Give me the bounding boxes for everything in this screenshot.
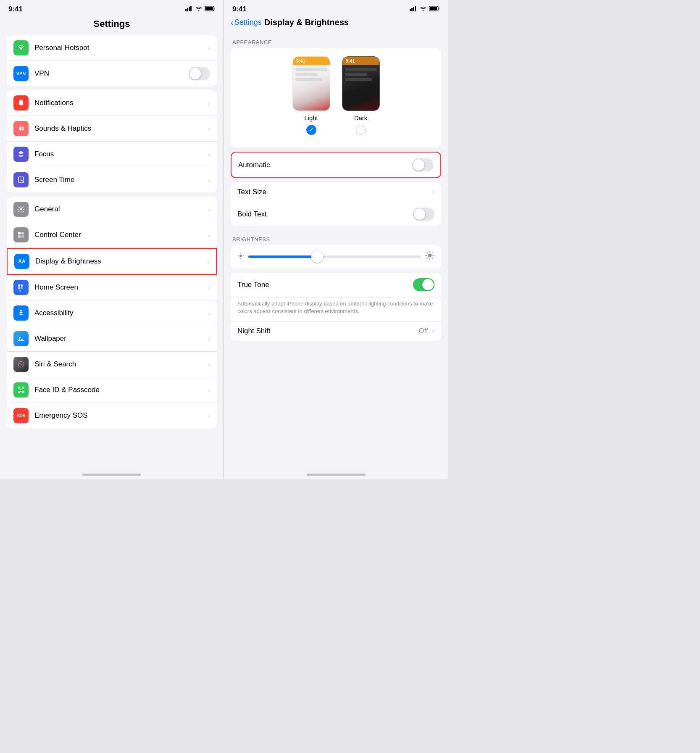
automatic-row[interactable]: Automatic [231,152,441,178]
svg-rect-31 [411,8,413,11]
vpn-icon: VPN [13,66,29,81]
right-wifi-icon [420,6,426,13]
appearance-card: 9:41 Light ✓ 9:41 [231,48,441,147]
bold-text-toggle[interactable] [413,208,434,221]
svg-rect-32 [413,7,414,11]
focus-icon [13,147,29,162]
svg-rect-14 [18,235,21,238]
screen-time-chevron: › [208,176,210,184]
brightness-section-header: BRIGHTNESS [231,230,441,245]
light-bar-1 [295,68,327,71]
faceid-icon [13,382,29,398]
svg-point-7 [20,48,22,50]
hotspot-icon [13,40,29,55]
personal-hotspot-row[interactable]: Personal Hotspot › [7,35,217,61]
svg-rect-27 [22,392,24,393]
general-label: General [34,205,205,213]
svg-point-21 [20,310,22,311]
emergency-sos-label: Emergency SOS [34,411,205,420]
focus-row[interactable]: Focus › [7,142,217,167]
light-body [293,65,330,111]
true-tone-description: Automatically adapt iPhone display based… [231,298,441,321]
appearance-section-header: APPEARANCE [231,33,441,48]
general-row[interactable]: General › [7,197,217,222]
preferences-group: General › Control Center › AA Display & … [7,197,217,428]
svg-line-50 [427,258,428,258]
svg-line-47 [427,253,428,253]
control-center-row[interactable]: Control Center › [7,222,217,248]
svg-point-42 [428,254,432,258]
battery-icon [205,6,215,13]
text-size-row[interactable]: Text Size › [231,182,441,202]
light-radio[interactable]: ✓ [306,125,316,135]
text-settings-card: Text Size › Bold Text [231,182,441,226]
svg-rect-33 [415,6,416,11]
dark-option[interactable]: 9:41 Dark [342,56,380,135]
bold-text-row[interactable]: Bold Text [231,202,441,226]
notifications-icon [13,95,29,111]
light-bar-3 [295,78,323,81]
accessibility-row[interactable]: Accessibility › [7,300,217,326]
sounds-icon [13,121,29,136]
sounds-haptics-row[interactable]: Sounds & Haptics › [7,116,217,142]
svg-rect-18 [18,287,20,289]
screen-time-label: Screen Time [34,176,205,184]
automatic-toggle-knob [413,159,424,171]
brightness-row [237,251,434,263]
wallpaper-label: Wallpaper [34,334,205,343]
faceid-row[interactable]: Face ID & Passcode › [7,377,217,403]
bold-text-label: Bold Text [237,210,267,219]
notifications-label: Notifications [34,99,205,107]
siri-search-row[interactable]: Siri & Search › [7,352,217,377]
home-screen-row[interactable]: Home Screen › [7,275,217,300]
right-status-bar: 9:41 [224,0,448,16]
svg-rect-5 [205,7,213,11]
back-label: Settings [234,18,262,27]
focus-label: Focus [34,150,205,158]
automatic-label: Automatic [238,161,270,169]
svg-rect-15 [21,235,24,238]
svg-point-37 [239,255,242,257]
wallpaper-row[interactable]: Wallpaper › [7,326,217,352]
brightness-thumb [311,251,323,263]
faceid-chevron: › [208,387,210,394]
svg-rect-24 [18,387,20,388]
notifications-chevron: › [208,100,210,107]
svg-rect-6 [214,8,215,10]
control-center-chevron: › [208,232,210,239]
notifications-row[interactable]: Notifications › [7,90,217,116]
signal-icon [185,6,193,13]
emergency-sos-row[interactable]: SOS Emergency SOS › [7,403,217,428]
brightness-slider[interactable] [248,255,421,258]
svg-rect-30 [410,9,411,11]
light-option[interactable]: 9:41 Light ✓ [292,56,330,135]
dark-radio[interactable] [356,125,366,135]
right-time: 9:41 [232,5,247,13]
back-button[interactable]: ‹ Settings [231,18,262,27]
right-panel: 9:41 ‹ Settings Display & Brightness APP… [224,0,448,479]
svg-rect-0 [185,9,187,11]
svg-point-8 [21,100,21,100]
brightness-card [231,245,441,269]
accessibility-label: Accessibility [34,309,205,317]
true-tone-toggle[interactable] [413,278,434,291]
siri-chevron: › [208,361,210,368]
display-brightness-label: Display & Brightness [35,257,205,266]
night-shift-right: Off › [418,327,434,335]
vpn-toggle[interactable] [189,67,210,80]
display-brightness-row[interactable]: AA Display & Brightness › [7,248,217,275]
wallpaper-chevron: › [208,335,210,342]
wifi-icon [195,6,202,13]
svg-line-48 [432,258,433,258]
svg-rect-12 [18,232,21,234]
screen-time-row[interactable]: Screen Time › [7,167,217,192]
vpn-row[interactable]: VPN VPN [7,61,217,86]
svg-rect-20 [19,290,21,292]
automatic-toggle[interactable] [412,158,434,171]
dark-preview: 9:41 [342,56,380,111]
svg-point-28 [20,389,21,390]
dark-body [342,65,379,111]
night-shift-row[interactable]: Night Shift Off › [231,321,441,341]
accessibility-chevron: › [208,310,210,317]
true-tone-row[interactable]: True Tone [231,273,441,297]
